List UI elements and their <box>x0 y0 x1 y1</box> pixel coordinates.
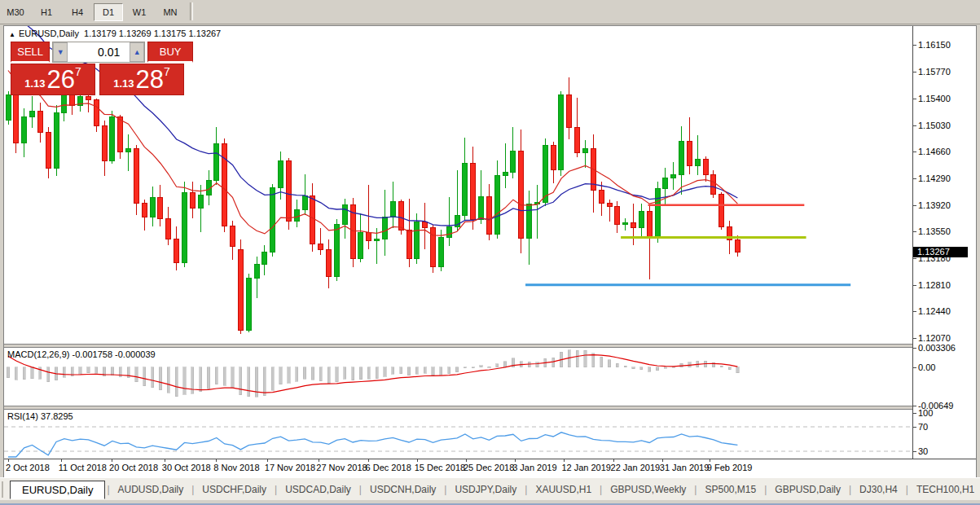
price-tick: 1.15400 <box>918 94 951 103</box>
rsi-svg <box>4 410 912 459</box>
price-tick: 1.15030 <box>918 121 951 130</box>
ask-price-sup: 7 <box>164 66 170 77</box>
macd-tick: 0.00 <box>918 362 935 372</box>
date-tick <box>710 459 710 462</box>
chart-symbol-label: EURUSD,Daily <box>19 29 79 38</box>
chart-tab-tech100[interactable]: TECH100,H1 <box>908 481 980 498</box>
chart-tab-gbpusd[interactable]: GBPUSD,Weekly <box>602 481 694 498</box>
date-label: 11 Oct 2018 <box>59 463 107 472</box>
date-label: 17 Nov 2018 <box>265 463 315 472</box>
rsi-indicator-panel[interactable]: RSI(14) 37.8295 <box>4 410 912 459</box>
chart-tab-dj30[interactable]: DJ30,H4 <box>851 481 906 498</box>
volume-input[interactable] <box>68 42 130 62</box>
price-tick: 1.14660 <box>918 147 951 156</box>
volume-increase-icon[interactable]: ▲ <box>130 42 144 62</box>
timeframe-button-mn[interactable]: MN <box>156 3 185 21</box>
collapse-triangle-icon[interactable]: ▲ <box>9 31 15 38</box>
status-strip <box>0 500 980 505</box>
chart-tab-usdchf[interactable]: USDCHF,Daily <box>194 481 275 498</box>
rsi-tick: 100 <box>918 408 933 418</box>
bid-price-big: 26 <box>47 68 75 92</box>
rsi-label: RSI(14) 37.8295 <box>7 411 73 421</box>
date-tick <box>417 459 418 462</box>
chart-tab-xauusd[interactable]: XAUUSD,H1 <box>527 481 600 498</box>
date-label: 27 Nov 2018 <box>316 463 367 472</box>
chart-tab-usdjpy[interactable]: USDJPY,Daily <box>446 481 525 498</box>
bid-price-box[interactable]: 1.13 26 7 <box>11 64 95 95</box>
date-axis: 2 Oct 201811 Oct 201820 Oct 201830 Oct 2… <box>4 459 976 478</box>
chart-tab-bar: EURUSD,Daily|AUDUSD,Daily|USDCHF,Daily|U… <box>0 477 980 500</box>
macd-label: MACD(12,26,9) -0.001758 -0.000039 <box>7 349 156 359</box>
rsi-tick: 70 <box>918 422 928 432</box>
timeframe-toolbar: M30H1H4D1W1MN <box>0 0 980 24</box>
candles <box>6 77 740 334</box>
macd-signal-line <box>8 355 737 393</box>
macd-tick: 0.003306 <box>918 343 956 353</box>
date-label: 31 Jan 2019 <box>660 463 710 472</box>
date-tick <box>112 459 112 462</box>
date-tick <box>8 459 9 462</box>
timeframe-button-m30[interactable]: M30 <box>1 3 30 21</box>
date-tick <box>368 459 369 462</box>
volume-decrease-icon[interactable]: ▼ <box>53 42 68 62</box>
date-label: 6 Dec 2018 <box>366 463 411 472</box>
price-tick: 1.14290 <box>918 173 951 183</box>
one-click-trade-panel: SELL ▼ ▲ BUY 1.13 26 7 1.13 28 7 <box>11 42 193 95</box>
date-label: 30 Oct 2018 <box>162 463 211 472</box>
chart-window: ▲EURUSD,Daily 1.13179 1.13269 1.13175 1.… <box>3 25 977 478</box>
date-label: 9 Feb 2019 <box>707 463 753 472</box>
chart-tab-usdcnh[interactable]: USDCNH,Daily <box>362 481 444 498</box>
buy-button[interactable]: BUY <box>147 42 193 63</box>
timeframe-button-d1[interactable]: D1 <box>94 3 123 21</box>
date-label: 15 Dec 2018 <box>415 463 465 472</box>
date-tick <box>267 459 268 462</box>
bid-price-sup: 7 <box>75 66 81 77</box>
date-tick <box>165 459 165 462</box>
chart-tab-eurusd[interactable]: EURUSD,Daily <box>10 481 105 499</box>
price-tick: 1.16150 <box>918 40 951 50</box>
timeframe-button-h1[interactable]: H1 <box>32 3 61 21</box>
bid-price-prefix: 1.13 <box>24 76 45 92</box>
price-tick: 1.12440 <box>918 306 951 316</box>
chart-title: ▲EURUSD,Daily 1.13179 1.13269 1.13175 1.… <box>9 29 221 38</box>
current-price-tag: 1.13267 <box>913 247 968 257</box>
date-tick <box>662 459 663 462</box>
chart-tab-sp500[interactable]: SP500,M15 <box>697 481 764 498</box>
ask-price-big: 28 <box>136 68 164 92</box>
date-label: 25 Dec 2018 <box>464 463 514 472</box>
date-label: 22 Jan 2019 <box>611 463 661 472</box>
price-tick: 1.12070 <box>918 333 951 343</box>
price-tick: 1.12810 <box>918 280 951 290</box>
date-tick <box>613 459 614 462</box>
date-label: 3 Jan 2019 <box>512 463 556 472</box>
date-label: 12 Jan 2019 <box>561 463 611 472</box>
date-tick <box>319 459 319 462</box>
date-tick <box>515 459 516 462</box>
price-axis: 1.161501.157701.154001.150301.146601.142… <box>913 26 976 459</box>
date-label: 2 Oct 2018 <box>6 463 50 472</box>
date-tick <box>466 459 467 462</box>
price-tick: 1.13550 <box>918 226 951 236</box>
timeframe-button-w1[interactable]: W1 <box>125 3 154 21</box>
date-tick <box>216 459 217 462</box>
rsi-line <box>8 433 737 457</box>
date-tick <box>564 459 565 462</box>
volume-spinner: ▼ ▲ <box>52 42 145 63</box>
rsi-tick: 30 <box>918 446 928 456</box>
chart-tab-usdcad[interactable]: USDCAD,Daily <box>277 481 359 498</box>
chart-tab-gbpusd[interactable]: GBPUSD,Daily <box>767 481 849 498</box>
date-tick <box>61 459 62 462</box>
date-label: 20 Oct 2018 <box>109 463 158 472</box>
chart-ohlc-values: 1.13179 1.13269 1.13175 1.13267 <box>84 29 221 38</box>
toolbar-separator <box>190 2 193 20</box>
ask-price-box[interactable]: 1.13 28 7 <box>99 64 184 95</box>
ask-price-prefix: 1.13 <box>113 76 134 92</box>
price-tick: 1.15770 <box>918 67 951 77</box>
macd-indicator-panel[interactable]: MACD(12,26,9) -0.001758 -0.000039 <box>4 348 912 406</box>
chart-tab-audusd[interactable]: AUDUSD,Daily <box>110 481 192 498</box>
timeframe-button-h4[interactable]: H4 <box>63 3 92 21</box>
date-label: 8 Nov 2018 <box>213 463 259 472</box>
price-tick: 1.13920 <box>918 200 951 210</box>
sell-button[interactable]: SELL <box>11 42 50 63</box>
